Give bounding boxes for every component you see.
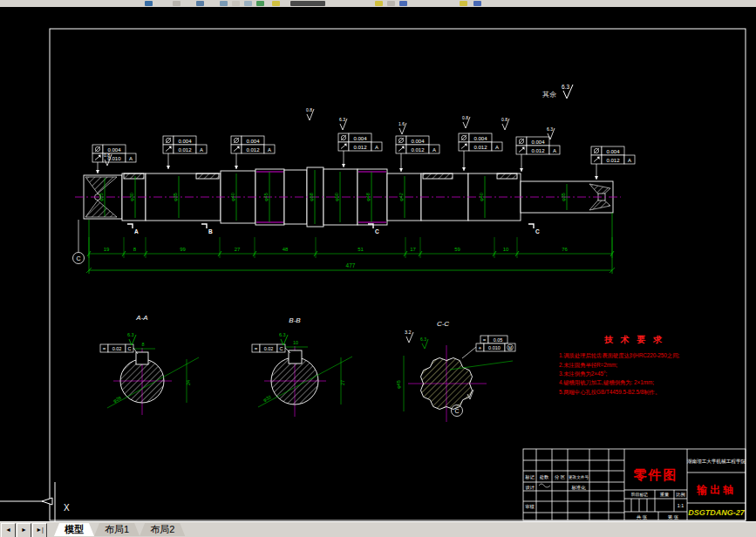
toolbar-icon bbox=[375, 1, 383, 6]
keyway-width-label: 8 bbox=[141, 342, 144, 347]
tolerance-value: 0.012 bbox=[411, 147, 425, 153]
datum-letter: C bbox=[76, 255, 80, 262]
roughness-value: 6.3 bbox=[127, 332, 134, 337]
tolerance-value: 0.004 bbox=[353, 136, 367, 141]
datum-target: C bbox=[73, 220, 85, 264]
tb-weight: 重量 bbox=[660, 492, 670, 497]
tab-nav-last-button[interactable]: ►| bbox=[32, 523, 47, 537]
part-title: 零件图 bbox=[634, 467, 678, 482]
tolerance-value: 0.012 bbox=[353, 145, 367, 150]
roughness-value: 0.8 bbox=[462, 115, 468, 120]
cut-letter: C bbox=[535, 228, 540, 235]
tolerance-value: 0.004 bbox=[531, 139, 545, 145]
layout-tab-bar: ◄ ► ►| 模型 布局1 布局2 bbox=[0, 521, 756, 537]
tb-page: 第 张 bbox=[667, 514, 679, 520]
chain-dim-label: 10 bbox=[503, 247, 509, 252]
keyway-depth-label: 24 bbox=[186, 380, 191, 385]
section-dia-label: φ32 bbox=[262, 394, 272, 403]
svg-text:0.02: 0.02 bbox=[112, 346, 122, 351]
tech-req-line: 4.键槽用铣刀加工,键槽倒角为: 2×1mm; bbox=[559, 379, 654, 386]
overall-length-label: 477 bbox=[346, 262, 356, 268]
section-label: C-C bbox=[437, 320, 449, 328]
tolerance-frame: 0.0040.012A bbox=[396, 136, 439, 172]
chain-dim-label: 59 bbox=[454, 247, 460, 252]
toolbar-icon bbox=[387, 1, 395, 6]
cut-letter: C bbox=[375, 228, 379, 235]
toolbar-icon bbox=[244, 1, 252, 6]
dia-dim-label: φ35 bbox=[561, 193, 566, 201]
datum-ref: A bbox=[268, 147, 271, 153]
roughness-value: 6.3 bbox=[547, 126, 553, 132]
roughness-value: 6.3 bbox=[279, 332, 286, 337]
tb-count: 处数 bbox=[540, 474, 549, 480]
tb-scale-value: 1:1 bbox=[678, 503, 684, 508]
section-view-b: B-B 10 27 φ32 = 0.02 C 6.3 bbox=[252, 316, 352, 417]
svg-text:C: C bbox=[128, 346, 132, 351]
datum-ref: A bbox=[553, 148, 556, 153]
toolbar-icon bbox=[145, 1, 153, 6]
tab-model[interactable]: 模型 bbox=[54, 523, 94, 536]
svg-text:0.02: 0.02 bbox=[264, 346, 274, 351]
tab-nav-first-button[interactable]: ◄ bbox=[1, 523, 16, 537]
tolerance-value: 0.012 bbox=[246, 147, 260, 153]
chain-dim-label: 76 bbox=[562, 247, 568, 252]
datum-ref: A bbox=[495, 145, 499, 150]
svg-text:=: = bbox=[255, 346, 258, 351]
svg-text:M: M bbox=[508, 346, 512, 350]
svg-text:=: = bbox=[483, 337, 487, 343]
symmetry-frame: = 0.02 C bbox=[100, 344, 138, 354]
toolbar-icon bbox=[399, 1, 407, 6]
toolbar-icon bbox=[196, 1, 204, 6]
organization: 湖南理工大学机械工程学院 bbox=[686, 459, 746, 465]
dia-dim-label: φ48 bbox=[365, 193, 371, 201]
tolerance-value: 0.004 bbox=[411, 139, 425, 144]
cut-letter: A bbox=[134, 228, 139, 235]
svg-text:=: = bbox=[103, 346, 106, 351]
tech-req-line: 5.两端中心孔按GB/T4459.5-B2.5/8制作。 bbox=[559, 389, 660, 396]
toolbar-icon bbox=[173, 1, 180, 6]
dimension-chain: 1989927485117591076 bbox=[87, 237, 614, 258]
shaft-main-view bbox=[75, 167, 621, 227]
tab-layout2[interactable]: 布局2 bbox=[140, 523, 185, 536]
dia-dim-label: φ50 bbox=[334, 193, 339, 201]
tech-req-line: 2.未注圆角半径R=2mm; bbox=[559, 362, 617, 369]
technical-requirements: 技 术 要 求 1.调质处理后轮齿表面硬度达到HRC220-250之间;2.未注… bbox=[559, 335, 679, 396]
tab-nav-next-button[interactable]: ► bbox=[17, 523, 31, 537]
roughness-value: 1.6 bbox=[398, 121, 405, 126]
chain-dim-label: 17 bbox=[410, 247, 416, 252]
section-view-c: C-C φ45 3.2 6.3 = 0.05 ⌖ 0.010 M bbox=[396, 320, 515, 422]
sheet-border bbox=[50, 29, 746, 520]
tb-sheets: 共 张 bbox=[637, 514, 648, 520]
signature-scribble bbox=[539, 484, 550, 487]
roughness-value: 0.8 bbox=[501, 117, 507, 122]
tolerance-value: 0.004 bbox=[178, 139, 192, 144]
chain-dim-label: 19 bbox=[104, 247, 110, 252]
toolbar-icon bbox=[272, 1, 280, 6]
svg-text:0.010: 0.010 bbox=[488, 345, 501, 350]
datum-ref: A bbox=[628, 158, 631, 163]
cut-letter: B bbox=[208, 228, 213, 235]
tb-design: 设计 bbox=[525, 485, 535, 490]
svg-text:C: C bbox=[454, 408, 459, 414]
keyway-depth-label: 27 bbox=[340, 380, 345, 385]
tech-req-title: 技 术 要 求 bbox=[603, 335, 664, 344]
tb-audit: 审核 bbox=[525, 504, 535, 509]
keyway-hatch bbox=[423, 173, 453, 179]
keyway-hatch bbox=[196, 173, 219, 179]
dia-dim-label: φ30 bbox=[129, 193, 134, 201]
tolerance-frame: 0.0040.012A bbox=[163, 136, 207, 169]
toolbar-icon bbox=[232, 1, 240, 6]
roughness-value: 6.3 bbox=[420, 336, 426, 342]
tolerance-value: 0.004 bbox=[606, 149, 620, 154]
datum-ref: A bbox=[375, 145, 378, 150]
keyway-slot bbox=[136, 352, 148, 364]
roughness-value: 6.3 bbox=[562, 84, 569, 90]
chain-dim-label: 51 bbox=[358, 247, 364, 252]
cad-model-space[interactable]: C 其余 6.3 0.0040.010A0.0040.012A0.0040.01… bbox=[0, 7, 756, 521]
title-block: 零件图 湖南理工大学机械工程学院 输出轴 DSGTDANG-27 标记 处数 分… bbox=[523, 449, 746, 520]
svg-text:0.05: 0.05 bbox=[494, 337, 503, 343]
tb-scale: 比例 bbox=[676, 492, 685, 498]
tab-layout1[interactable]: 布局1 bbox=[94, 523, 140, 536]
toolbar-icon bbox=[473, 1, 481, 6]
toolbar-icon bbox=[220, 1, 228, 6]
